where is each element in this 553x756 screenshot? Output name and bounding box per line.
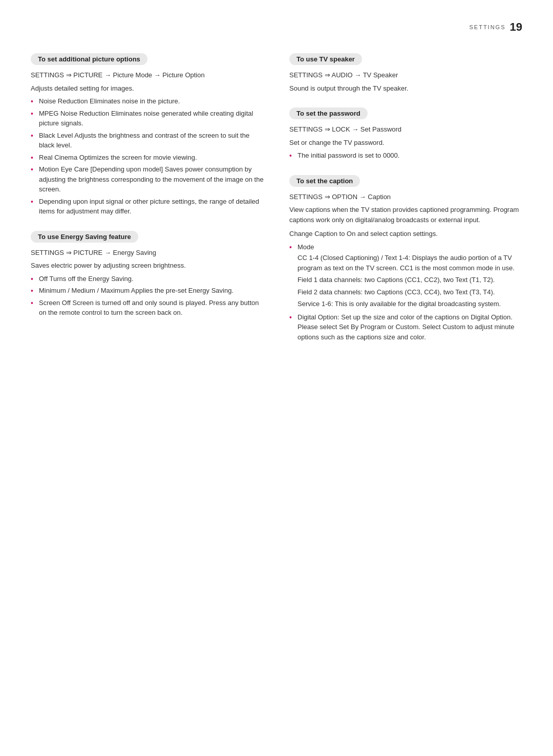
section-heading-password: To set the password	[289, 107, 368, 119]
list-item: Digital Option: Set up the size and colo…	[289, 312, 522, 342]
section-password: To set the password SETTINGS ⇒ LOCK → Se…	[289, 107, 522, 161]
mode-detail-2: Field 1 data channels: two Captions (CC1…	[289, 275, 522, 285]
list-item: Black Level Adjusts the brightness and c…	[31, 131, 264, 150]
description-password: Set or change the TV password.	[289, 138, 522, 148]
header-settings-label: SETTINGS	[470, 24, 506, 30]
mode-detail-3: Field 2 data channels: two Captions (CC3…	[289, 287, 522, 297]
settings-path-energy: SETTINGS ⇒ PICTURE → Energy Saving	[31, 248, 264, 258]
settings-path-password: SETTINGS ⇒ LOCK → Set Password	[289, 124, 522, 135]
list-item: Screen Off Screen is turned off and only…	[31, 298, 264, 318]
mode-detail-1: CC 1-4 (Closed Captioning) / Text 1-4: D…	[289, 253, 522, 273]
section-energy-saving: To use Energy Saving feature SETTINGS ⇒ …	[31, 231, 264, 318]
section-heading-energy: To use Energy Saving feature	[31, 231, 138, 243]
page-container: SETTINGS 19 To set additional picture op…	[0, 0, 553, 756]
list-item: Minimum / Medium / Maximum Applies the p…	[31, 286, 264, 296]
description-caption-1: View captions when the TV station provid…	[289, 205, 522, 225]
bullet-list-picture: Noise Reduction Eliminates noise in the …	[31, 96, 264, 217]
settings-path-picture: SETTINGS ⇒ PICTURE → Picture Mode → Pict…	[31, 70, 264, 80]
section-tv-speaker: To use TV speaker SETTINGS ⇒ AUDIO → TV …	[289, 53, 522, 93]
right-column: To use TV speaker SETTINGS ⇒ AUDIO → TV …	[289, 53, 522, 356]
list-item: Noise Reduction Eliminates noise in the …	[31, 96, 264, 106]
description-caption-2: Change Caption to On and select caption …	[289, 229, 522, 239]
list-item: Off Turns off the Energy Saving.	[31, 274, 264, 284]
list-item: Real Cinema Optimizes the screen for mov…	[31, 153, 264, 163]
section-caption: To set the caption SETTINGS ⇒ OPTION → C…	[289, 175, 522, 342]
settings-path-tv-speaker: SETTINGS ⇒ AUDIO → TV Speaker	[289, 70, 522, 80]
header-bar: SETTINGS 19	[31, 20, 522, 38]
list-item: The initial password is set to 0000.	[289, 150, 522, 161]
bullet-list-password: The initial password is set to 0000.	[289, 150, 522, 161]
left-column: To set additional picture options SETTIN…	[31, 53, 264, 332]
bullet-list-caption: Digital Option: Set up the size and colo…	[289, 312, 522, 342]
section-heading-picture-options: To set additional picture options	[31, 53, 147, 65]
description-picture: Adjusts detailed setting for images.	[31, 83, 264, 94]
header-page-number: 19	[510, 20, 522, 34]
bullet-list-energy: Off Turns off the Energy Saving. Minimum…	[31, 274, 264, 318]
mode-label: Mode	[289, 242, 522, 252]
section-heading-tv-speaker: To use TV speaker	[289, 53, 362, 65]
settings-path-caption: SETTINGS ⇒ OPTION → Caption	[289, 192, 522, 202]
list-item: Motion Eye Care [Depending upon model] S…	[31, 164, 264, 195]
list-item: MPEG Noise Reduction Eliminates noise ge…	[31, 109, 264, 128]
section-heading-caption: To set the caption	[289, 175, 360, 187]
description-tv-speaker: Sound is output through the TV speaker.	[289, 83, 522, 94]
list-item: Depending upon input signal or other pic…	[31, 197, 264, 217]
header-right: SETTINGS 19	[470, 20, 523, 34]
mode-detail-4: Service 1-6: This is only available for …	[289, 299, 522, 309]
content-columns: To set additional picture options SETTIN…	[31, 53, 522, 356]
section-picture-options: To set additional picture options SETTIN…	[31, 53, 264, 217]
description-energy: Saves electric power by adjusting screen…	[31, 261, 264, 271]
